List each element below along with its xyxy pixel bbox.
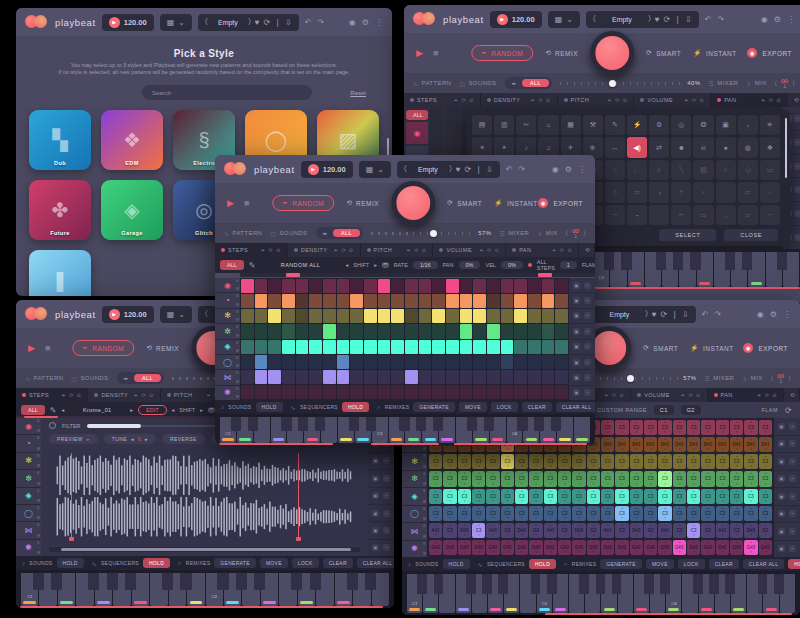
step-cell[interactable] — [268, 370, 281, 384]
step-cell[interactable] — [501, 279, 514, 293]
step-cell[interactable] — [528, 385, 541, 399]
track-icon-kick[interactable]: ◉ — [406, 122, 428, 144]
step-cell[interactable] — [282, 294, 295, 308]
column-tab-density[interactable]: DENSITY✒⟳⊘ — [88, 388, 160, 402]
piano-key[interactable]: C3 — [206, 573, 223, 606]
step-cell[interactable] — [268, 279, 281, 293]
sample-instrument-icon[interactable]: ⇄ — [649, 137, 669, 157]
track-link-icon[interactable]: • — [789, 458, 796, 465]
clear-all-button[interactable]: CLEAR ALL — [743, 559, 784, 569]
step-cell[interactable] — [296, 279, 309, 293]
mute-toggle[interactable]: M — [423, 552, 426, 556]
lock-icon[interactable]: ⊘ — [77, 392, 82, 398]
pitch-cell[interactable]: ▴G#2▾ — [730, 540, 743, 555]
piano-black-key[interactable] — [777, 252, 787, 270]
pencil-icon[interactable]: ✒ — [62, 392, 67, 398]
step-cell[interactable] — [501, 324, 514, 338]
mute-toggle[interactable]: M — [37, 447, 40, 451]
dice-icon[interactable]: ⛃ — [208, 406, 215, 415]
pitch-cell[interactable]: ▴C3▾ — [701, 471, 714, 486]
piano-black-key[interactable] — [482, 574, 492, 594]
sample-instrument-icon[interactable]: ❂ — [693, 115, 713, 135]
piano-key[interactable] — [747, 574, 762, 613]
sample-instrument-icon[interactable]: ↔ — [605, 137, 625, 157]
pitch-cell[interactable]: ▴D#1▾ — [630, 437, 643, 452]
step-cell[interactable] — [542, 294, 555, 308]
column-tab-density[interactable]: DENSITY✒⟳⊘ — [481, 93, 558, 107]
sample-instrument-icon[interactable]: ▭ — [693, 205, 713, 225]
piano-black-key[interactable] — [466, 574, 476, 594]
step-cell[interactable] — [391, 309, 404, 323]
undo-icon[interactable]: ↶ — [506, 165, 513, 174]
track-icon-7[interactable]: ✺SM — [16, 540, 41, 556]
pitch-cell[interactable]: ▴G#2▾ — [587, 540, 600, 555]
step-cell[interactable] — [255, 324, 268, 338]
step-cell[interactable] — [296, 309, 309, 323]
step-cell[interactable] — [296, 385, 309, 399]
pitch-cell[interactable]: ▴C3▾ — [658, 506, 671, 521]
solo-toggle[interactable]: S — [423, 524, 426, 528]
solo-toggle[interactable]: S — [37, 419, 40, 423]
pitch-cell[interactable]: ▴C3▾ — [572, 506, 585, 521]
pitch-cell[interactable]: ▴C3▾ — [701, 506, 714, 521]
pitch-cell[interactable]: ▴C3▾ — [730, 471, 743, 486]
lock-icon[interactable]: ⊘ — [276, 247, 281, 253]
step-cell[interactable] — [350, 309, 363, 323]
step-cell[interactable] — [432, 324, 445, 338]
pitch-cell[interactable]: ▴C3▾ — [658, 420, 671, 435]
tune-control[interactable]: TUNE◂ 0▸ — [104, 434, 156, 444]
next-preset-icon[interactable]: 〉 — [648, 14, 651, 24]
pitch-cell[interactable]: ▴G#2▾ — [501, 540, 514, 555]
smart-button[interactable]: ⟳SMART — [447, 199, 482, 207]
bpm-display[interactable]: ▶120.00 — [301, 161, 353, 178]
step-cell[interactable] — [350, 355, 363, 369]
step-cell[interactable] — [487, 279, 500, 293]
solo-toggle[interactable]: S — [37, 436, 40, 440]
piano-black-key[interactable] — [125, 573, 136, 590]
mute-toggle[interactable]: M — [236, 287, 239, 291]
step-cell[interactable] — [323, 355, 336, 369]
pitch-cell[interactable]: ▴C3▾ — [644, 489, 657, 504]
pencil-icon[interactable]: ✒ — [552, 247, 557, 253]
piano-key[interactable] — [271, 417, 287, 443]
rate-value[interactable]: 1/16 — [413, 261, 438, 269]
sample-instrument-icon[interactable]: ☠ — [693, 137, 713, 157]
pitch-cell[interactable]: ▴C3▾ — [615, 454, 628, 469]
step-cell[interactable] — [419, 355, 432, 369]
piano-black-key[interactable] — [551, 417, 561, 431]
step-cell[interactable] — [542, 279, 555, 293]
lock-button[interactable]: LOCK — [292, 558, 319, 568]
shift-right-button[interactable]: ▸ — [200, 407, 203, 413]
step-cell[interactable] — [460, 340, 473, 354]
pitch-cell[interactable]: ▴D#1▾ — [687, 437, 700, 452]
pitch-cell[interactable]: ▴G2▾ — [587, 523, 600, 538]
kit-selector[interactable]: ▦⌄ — [160, 14, 192, 31]
pencil-icon[interactable]: ✒ — [261, 247, 266, 253]
lock-icon[interactable]: ⊘ — [700, 97, 705, 103]
pitch-cell[interactable]: ▴C3▾ — [615, 489, 628, 504]
column-tab-volume[interactable]: VOLUME✒⟳⊘ — [631, 388, 707, 402]
mute-toggle[interactable]: M — [423, 465, 426, 469]
piano-black-key[interactable] — [579, 574, 589, 594]
step-cell[interactable] — [460, 309, 473, 323]
track-link-icon[interactable]: • — [383, 510, 390, 517]
edit-button[interactable]: EDIT — [138, 405, 167, 415]
generate-button[interactable]: GENERATE — [600, 559, 642, 569]
pitch-cell[interactable]: ▴A#1▾ — [544, 523, 557, 538]
piano-key[interactable] — [766, 252, 782, 287]
sounds-hold-button[interactable]: HOLD — [256, 402, 283, 412]
step-cell[interactable] — [268, 340, 281, 354]
sample-instrument-icon[interactable]: ✳ — [760, 115, 780, 135]
mute-toggle[interactable]: M — [236, 364, 239, 368]
track-output-icon[interactable]: ▣ — [372, 475, 379, 482]
piano-key[interactable] — [150, 573, 167, 606]
pitch-cell[interactable]: ▴C3▾ — [544, 471, 557, 486]
pitch-cell[interactable]: ▴D#1▾ — [601, 437, 614, 452]
track-output-icon[interactable]: ▣ — [372, 510, 379, 517]
edit-pencil-icon[interactable]: ✎ — [249, 261, 256, 270]
piano-black-key[interactable] — [604, 252, 614, 270]
step-cell[interactable] — [255, 385, 268, 399]
sounds-hold-button[interactable]: HOLD — [443, 559, 470, 569]
track-link-icon[interactable]: • — [794, 139, 800, 146]
sample-instrument-icon[interactable]: ¬ — [605, 205, 625, 225]
